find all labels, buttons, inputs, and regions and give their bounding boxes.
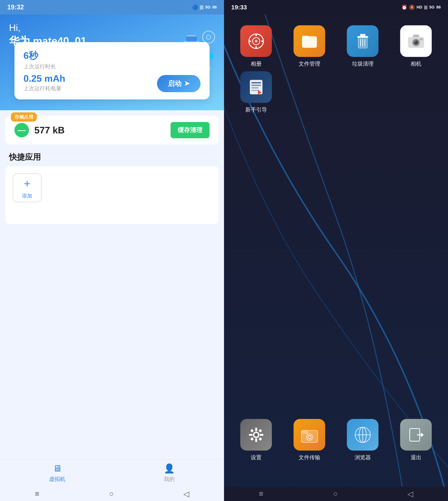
- signal-right-icon: |||: [424, 5, 427, 10]
- guide-icon: [240, 71, 272, 103]
- back-nav-right-icon[interactable]: ◁: [407, 489, 413, 498]
- cleaner-label: 垃圾清理: [352, 60, 374, 67]
- app-item-guide[interactable]: 新手引导: [231, 71, 281, 114]
- 5g-right-icon: 5G: [429, 5, 434, 10]
- svg-rect-21: [304, 44, 313, 45]
- svg-marker-64: [421, 433, 424, 437]
- header-section: Hi, 华为 mate40_01 ⬡: [0, 15, 224, 110]
- time-right: 19:33: [231, 4, 247, 11]
- svg-rect-12: [256, 34, 257, 36]
- right-panel: 19:33 ⏰ 🔕 HD ||| 5G 86: [224, 0, 448, 501]
- status-icons-right: ⏰ 🔕 HD ||| 5G 86: [401, 4, 441, 10]
- mute-icon: 🔕: [409, 4, 415, 10]
- svg-rect-48: [250, 429, 254, 433]
- nav-bar-right: ≡ ○ ◁: [224, 486, 448, 501]
- svg-rect-53: [301, 431, 308, 434]
- quick-apps-title: 快捷应用: [0, 145, 224, 166]
- app-item-browser[interactable]: 浏览器: [338, 419, 387, 461]
- settings-app-icon: [240, 419, 272, 451]
- svg-rect-47: [260, 434, 263, 436]
- hd-icon: HD: [416, 5, 422, 10]
- svg-marker-30: [412, 34, 420, 37]
- storage-card: 存储占用 — 577 kB 缓存清理: [5, 116, 219, 145]
- app-item-camera[interactable]: 相机: [391, 25, 441, 67]
- files-label: 文件管理: [299, 60, 320, 67]
- app-item-cleaner[interactable]: 垃圾清理: [338, 25, 387, 67]
- svg-rect-24: [357, 36, 368, 38]
- storage-circle-icon: —: [15, 123, 29, 137]
- storage-size-value: 577 kB: [34, 125, 165, 135]
- quick-apps-card: ＋ 添加: [5, 166, 219, 224]
- app-item-photos[interactable]: 相册: [231, 25, 281, 67]
- wifi-icon: |||: [200, 5, 203, 10]
- back-nav-icon[interactable]: ◁: [183, 489, 189, 498]
- runtime-value: 6秒: [23, 49, 201, 62]
- battery-right-icon: 86: [436, 5, 441, 10]
- camera-icon: [400, 25, 432, 57]
- svg-rect-23: [360, 34, 366, 36]
- svg-rect-35: [420, 38, 423, 40]
- info-card: 6秒 上次运行时长 0.25 mAh 上次运行耗电量 启动 ➤: [15, 42, 209, 100]
- browser-icon: [347, 419, 378, 451]
- arrow-icon: ➤: [184, 80, 190, 87]
- tab-vm[interactable]: 🖥 虚拟机: [49, 463, 65, 483]
- svg-rect-44: [255, 428, 257, 431]
- battery-icon: 86: [212, 5, 217, 10]
- svg-rect-20: [304, 41, 315, 42]
- exit-icon: [400, 419, 432, 451]
- app-grid-top: 相册 文件管理: [224, 15, 448, 117]
- launch-button[interactable]: 启动 ➤: [157, 75, 201, 92]
- svg-rect-22: [304, 46, 311, 47]
- settings-app-label: 设置: [251, 454, 262, 461]
- svg-point-43: [254, 433, 258, 437]
- cleaner-icon: [347, 25, 378, 57]
- nav-bar-left: ≡ ○ ◁: [0, 486, 224, 501]
- photos-icon: [240, 25, 272, 57]
- alarm-icon: ⏰: [401, 4, 407, 10]
- tab-my[interactable]: 👤 我的: [164, 463, 175, 483]
- status-icons-left: 🔵 ||| 5G 86: [192, 4, 217, 10]
- bottom-tabs: 🖥 虚拟机 👤 我的: [0, 459, 224, 486]
- my-tab-label: 我的: [164, 476, 175, 483]
- left-panel: 19:32 🔵 ||| 5G 86 Hi, 华为 mate40_01 ⬡: [0, 0, 224, 501]
- menu-nav-icon[interactable]: ≡: [35, 489, 39, 498]
- svg-rect-15: [261, 40, 263, 42]
- add-app-button[interactable]: ＋ 添加: [13, 173, 42, 202]
- svg-rect-50: [250, 437, 254, 441]
- runtime-stat: 6秒 上次运行时长: [23, 49, 201, 70]
- svg-rect-37: [251, 82, 261, 83]
- svg-rect-46: [249, 434, 253, 436]
- app-item-files[interactable]: 文件管理: [285, 25, 334, 67]
- plus-icon: ＋: [22, 176, 32, 191]
- vm-tab-label: 虚拟机: [49, 476, 65, 483]
- guide-label: 新手引导: [245, 106, 267, 114]
- menu-nav-right-icon[interactable]: ≡: [259, 489, 263, 498]
- signal-icon: 🔵: [192, 4, 198, 10]
- app-item-settings[interactable]: 设置: [231, 419, 281, 461]
- status-bar-right: 19:33 ⏰ 🔕 HD ||| 5G 86: [224, 0, 448, 15]
- app-item-exit[interactable]: 退出: [391, 419, 441, 461]
- exit-label: 退出: [411, 454, 421, 461]
- svg-rect-13: [256, 46, 257, 49]
- browser-label: 浏览器: [355, 454, 371, 461]
- svg-rect-39: [251, 87, 258, 88]
- cache-clean-button[interactable]: 缓存清理: [171, 122, 209, 138]
- status-bar-left: 19:32 🔵 ||| 5G 86: [0, 0, 224, 15]
- svg-rect-51: [258, 437, 262, 441]
- svg-rect-14: [249, 40, 251, 42]
- svg-rect-49: [258, 429, 262, 433]
- app-item-transfer[interactable]: 文件传输: [285, 419, 334, 461]
- home-nav-icon[interactable]: ○: [109, 489, 114, 498]
- transfer-label: 文件传输: [299, 454, 320, 461]
- 5g-icon: 5G: [205, 5, 210, 10]
- svg-rect-6: [186, 35, 196, 36]
- storage-tag: 存储占用: [11, 112, 37, 122]
- photos-label: 相册: [251, 60, 262, 67]
- files-icon: [294, 25, 325, 57]
- svg-point-11: [255, 40, 257, 43]
- svg-rect-45: [255, 438, 257, 442]
- home-nav-right-icon[interactable]: ○: [333, 489, 338, 498]
- svg-point-34: [415, 41, 416, 42]
- app-grid-bottom: 设置 文件传输: [224, 415, 448, 465]
- transfer-icon: [294, 419, 325, 451]
